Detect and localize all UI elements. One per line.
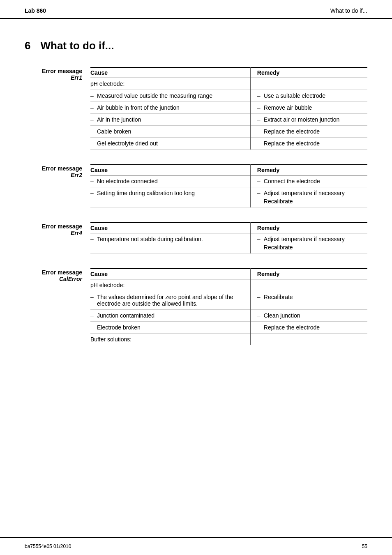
item-multi-cause-1-1: –Setting time during calibration too lon… xyxy=(90,187,250,207)
item-remedy-3-2: –Clean junction xyxy=(250,310,367,322)
subheader-cause-3-0: pH electrode: xyxy=(90,279,250,291)
footer-right: 55 xyxy=(362,543,367,549)
col-remedy-header-1: Remedy xyxy=(250,165,367,175)
item-cause-text-3-2: Junction contaminated xyxy=(97,312,242,319)
item-cause-text-0-3: Air in the junction xyxy=(97,116,242,123)
remedy-dash-0-1: – xyxy=(257,92,264,99)
item-row-0-4: –Cable broken–Replace the electrode xyxy=(90,126,367,138)
item-cause-text-0-2: Air bubble in front of the junction xyxy=(97,104,242,111)
item-remedy-text-0-4: Replace the electrode xyxy=(264,128,364,135)
error-section-3: Error messageCalErrorCauseRemedypH elect… xyxy=(25,268,367,345)
item-dash-0-2: – xyxy=(90,104,97,111)
remedy-item-text-2-0-1: Recalibrate xyxy=(264,244,364,251)
error-table-2: CauseRemedy–Temperature not stable durin… xyxy=(90,222,367,253)
item-row-0-3: –Air in the junction–Extract air or mois… xyxy=(90,114,367,126)
item-cause-0-5: –Gel electrolyte dried out xyxy=(90,138,250,150)
item-cause-text-1-0: No electrode connected xyxy=(97,178,242,184)
remedy-item-dash-1-1-1: – xyxy=(257,198,264,205)
col-cause-header-0: Cause xyxy=(90,67,250,78)
remedy-item-text-2-0-0: Adjust temperature if necessary xyxy=(264,236,364,242)
remedy-dash-0-3: – xyxy=(257,116,264,123)
remedy-dash-3-3: – xyxy=(257,324,264,331)
subheader-cause-3-4: Buffer solutions: xyxy=(90,334,250,345)
chapter-title: 6What to do if... xyxy=(25,39,367,52)
remedy-item-text-1-1-1: Recalibrate xyxy=(264,198,364,205)
item-cause-0-3: –Air in the junction xyxy=(90,114,250,126)
item-row-3-3: –Electrode broken–Replace the electrode xyxy=(90,322,367,334)
item-dash-3-3: – xyxy=(90,324,97,331)
item-cause-text-3-3: Electrode broken xyxy=(97,324,242,331)
footer-left: ba75554e05 01/2010 xyxy=(25,543,71,549)
error-label-2: Error messageErr4 xyxy=(25,222,90,236)
subheader-remedy-3-4 xyxy=(250,334,367,345)
subheader-row-3-0: pH electrode: xyxy=(90,279,367,291)
item-remedy-0-5: –Replace the electrode xyxy=(250,138,367,150)
remedy-item-1-1-0: –Adjust temperature if necessary xyxy=(257,190,364,196)
col-cause-header-1: Cause xyxy=(90,165,250,175)
remedy-dash-3-1: – xyxy=(257,294,264,300)
item-multi-dash-1-1: – xyxy=(90,190,97,196)
item-dash-0-1: – xyxy=(90,92,97,99)
subheader-cause-0-0: pH electrode: xyxy=(90,78,250,90)
error-table-1: CauseRemedy–No electrode connected–Conne… xyxy=(90,164,367,207)
chapter-number: 6 xyxy=(25,39,30,52)
header-left: Lab 860 xyxy=(25,7,46,14)
remedy-dash-1-0: – xyxy=(257,178,264,184)
col-remedy-header-2: Remedy xyxy=(250,223,367,233)
item-remedy-text-3-3: Replace the electrode xyxy=(264,324,364,331)
remedy-item-2-0-1: –Recalibrate xyxy=(257,244,364,251)
col-cause-header-2: Cause xyxy=(90,223,250,233)
item-cause-0-4: –Cable broken xyxy=(90,126,250,138)
item-remedy-text-0-1: Use a suitable electrode xyxy=(264,92,364,99)
col-remedy-header-0: Remedy xyxy=(250,67,367,78)
item-cause-3-1: –The values determined for zero point an… xyxy=(90,291,250,310)
item-cause-text-0-4: Cable broken xyxy=(97,128,242,135)
item-remedy-text-1-0: Connect the electrode xyxy=(264,178,364,184)
error-label-title-2: Error message xyxy=(25,223,82,230)
sections-container: Error messageErr1CauseRemedypH electrode… xyxy=(25,67,367,345)
item-multi-cause-2-0: –Temperature not stable during calibrati… xyxy=(90,233,250,253)
item-remedy-0-1: –Use a suitable electrode xyxy=(250,90,367,102)
item-remedy-3-1: –Recalibrate xyxy=(250,291,367,310)
item-dash-3-1: – xyxy=(90,294,97,300)
remedy-item-dash-1-1-0: – xyxy=(257,190,264,196)
error-label-0: Error messageErr1 xyxy=(25,67,90,81)
subheader-row-3-4: Buffer solutions: xyxy=(90,334,367,345)
remedy-dash-0-4: – xyxy=(257,128,264,135)
error-label-code-3: CalError xyxy=(25,276,82,282)
chapter-title-text: What to do if... xyxy=(40,39,114,52)
header-right: What to do if... xyxy=(330,7,367,14)
page-header: Lab 860 What to do if... xyxy=(0,0,392,19)
item-remedy-text-3-2: Clean junction xyxy=(264,312,364,319)
error-label-code-1: Err2 xyxy=(25,172,82,178)
item-remedy-1-0: –Connect the electrode xyxy=(250,175,367,187)
subheader-remedy-3-0 xyxy=(250,279,367,291)
item-multi-cause-text-1-1: Setting time during calibration too long xyxy=(97,190,242,196)
item-remedy-text-0-3: Extract air or moisten junction xyxy=(264,116,364,123)
remedy-dash-0-2: – xyxy=(257,104,264,111)
error-label-1: Error messageErr2 xyxy=(25,164,90,178)
error-label-title-0: Error message xyxy=(25,68,82,74)
remedy-item-2-0-0: –Adjust temperature if necessary xyxy=(257,236,364,242)
col-cause-header-3: Cause xyxy=(90,269,250,279)
item-remedy-0-3: –Extract air or moisten junction xyxy=(250,114,367,126)
error-table-3: CauseRemedypH electrode:–The values dete… xyxy=(90,268,367,345)
error-label-title-1: Error message xyxy=(25,165,82,172)
remedy-item-text-1-1-0: Adjust temperature if necessary xyxy=(264,190,364,196)
item-dash-0-4: – xyxy=(90,128,97,135)
item-remedy-text-3-1: Recalibrate xyxy=(264,294,364,300)
item-row-3-1: –The values determined for zero point an… xyxy=(90,291,367,310)
item-multi-dash-2-0: – xyxy=(90,236,97,242)
item-row-3-2: –Junction contaminated–Clean junction xyxy=(90,310,367,322)
item-row-0-1: –Measured value outside the measuring ra… xyxy=(90,90,367,102)
item-cause-0-1: –Measured value outside the measuring ra… xyxy=(90,90,250,102)
item-cause-0-2: –Air bubble in front of the junction xyxy=(90,102,250,114)
item-multi-row-2-0: –Temperature not stable during calibrati… xyxy=(90,233,367,253)
item-multi-cause-text-2-0: Temperature not stable during calibratio… xyxy=(97,236,242,242)
col-remedy-header-3: Remedy xyxy=(250,269,367,279)
error-label-title-3: Error message xyxy=(25,269,82,276)
item-cause-3-2: –Junction contaminated xyxy=(90,310,250,322)
remedy-item-dash-2-0-1: – xyxy=(257,244,264,251)
item-multi-row-1-1: –Setting time during calibration too lon… xyxy=(90,187,367,207)
remedy-item-1-1-1: –Recalibrate xyxy=(257,198,364,205)
